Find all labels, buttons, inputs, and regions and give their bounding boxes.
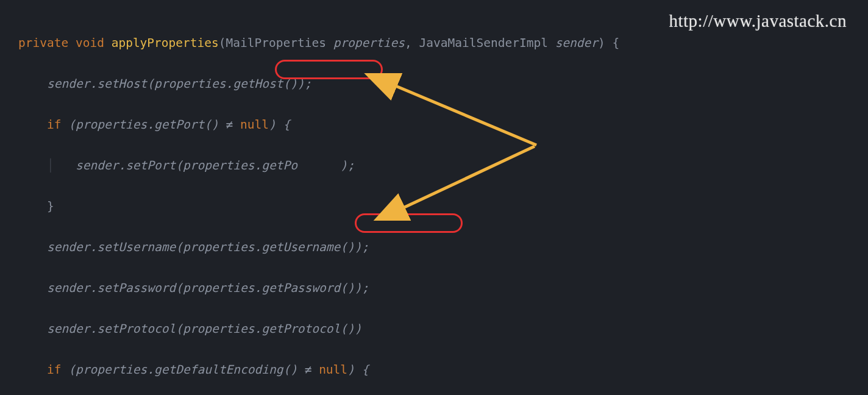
code-line-8: sender.setProtocol(properties.getProtoco… [18,319,850,340]
param-type: MailProperties [226,36,326,50]
method-name: applyProperties [112,36,219,50]
code-text: sender.setPort(properties.getPo [76,158,297,173]
param-type: JavaMailSenderImpl [419,36,548,50]
watermark-text: http://www.javastack.cn [669,6,847,37]
code-line-2: sender.setHost(properties.getHost()); [18,74,850,94]
code-line-9: if (properties.getDefaultEncoding() ≠ nu… [18,360,850,380]
keyword-if: if [47,363,61,377]
code-line-7: sender.setPassword(properties.getPasswor… [18,278,850,299]
keyword-private: private [18,36,68,50]
neq-op: ≠ [305,363,312,377]
code-text: sender.setHost(properties.getHost()); [47,77,311,91]
code-text: ) { [269,118,290,132]
keyword-null: null [319,363,347,377]
paren: ( [219,36,226,50]
keyword-void: void [76,36,104,50]
code-text: sender.setProtocol(properties.getProtoco… [47,322,362,336]
brace: } [47,199,54,213]
code-text: sender.setUsername(properties.getUsernam… [47,240,369,254]
keyword-if: if [47,118,61,132]
code-block: private void applyProperties(MailPropert… [18,12,850,395]
code-line-4: │ sender.setPort(properties.getPo ); [18,155,850,176]
code-line-5: } [18,196,850,217]
comma: , [405,36,412,50]
brace: { [613,36,620,50]
keyword-null: null [240,118,269,132]
code-text: ); [340,158,354,173]
code-line-6: sender.setUsername(properties.getUsernam… [18,237,850,258]
code-text: (properties.getPort() [68,118,226,132]
code-text: (properties.getDefaultEncoding() [68,363,304,377]
code-text: sender.setPassword(properties.getPasswor… [47,281,369,295]
code-line-3: if (properties.getPort() ≠ null) { [18,115,850,135]
param-name: properties [333,36,405,50]
paren: ) [598,36,605,50]
code-text: ) { [347,363,369,377]
param-name: sender [555,36,598,50]
neq-op: ≠ [226,118,233,132]
